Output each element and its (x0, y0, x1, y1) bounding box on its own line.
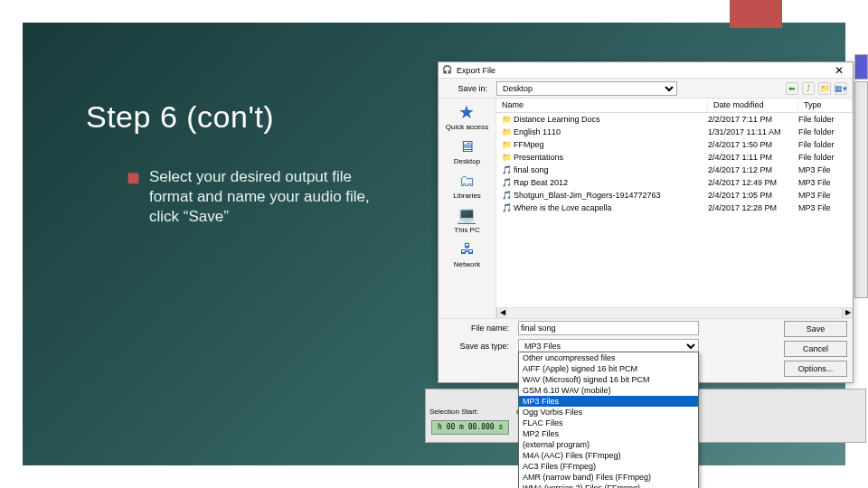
save-in-select[interactable]: Desktop (496, 81, 677, 96)
export-file-dialog: 🎧 Export File ✕ Save in: Desktop ⬅ ⤴ 📁 ▦… (438, 61, 854, 383)
nav-back-icon[interactable]: ⬅ (786, 82, 798, 95)
file-row[interactable]: 📁FFMpeg2/4/2017 1:50 PMFile folder (496, 138, 853, 151)
place-quick-access[interactable]: ★ Quick access (446, 102, 489, 131)
pc-icon: 💻 (455, 205, 478, 225)
bullet-icon: ◼ (127, 167, 140, 227)
format-option[interactable]: MP3 Files (519, 396, 698, 407)
saveas-label: Save as type: (444, 342, 514, 351)
options-button[interactable]: Options... (784, 361, 847, 377)
folder-icon: 📁 (502, 115, 511, 124)
col-date[interactable]: Date modified (708, 99, 798, 112)
selection-start-label: Selection Start: (429, 408, 478, 416)
cancel-button[interactable]: Cancel (784, 341, 847, 357)
file-row[interactable]: 🎵Shotgun_Blast-Jim_Rogers-19147727632/4/… (496, 189, 853, 202)
col-type[interactable]: Type (798, 99, 853, 112)
save-button[interactable]: Save (784, 321, 847, 337)
star-icon: ★ (455, 102, 478, 122)
format-option[interactable]: AC3 Files (FFmpeg) (519, 461, 698, 472)
file-row[interactable]: 📁Distance Learning Docs2/2/2017 7:11 PMF… (496, 113, 853, 126)
format-option[interactable]: (external program) (519, 439, 698, 450)
slide-bullet: ◼ Select your desired output file format… (127, 167, 398, 227)
column-headers[interactable]: Name Date modified Type (496, 99, 853, 113)
save-in-label: Save in: (444, 84, 493, 93)
audio-icon: 🎵 (502, 178, 511, 187)
audio-icon: 🎵 (502, 203, 511, 212)
slide-title: Step 6 (con't) (86, 99, 274, 135)
format-option[interactable]: Other uncompressed files (519, 352, 698, 363)
format-dropdown[interactable]: Other uncompressed filesAIFF (Apple) sig… (518, 352, 699, 488)
filename-input[interactable] (518, 321, 699, 335)
col-name[interactable]: Name (496, 99, 708, 112)
format-option[interactable]: FLAC Files (519, 418, 698, 428)
libraries-icon: 🗂 (456, 171, 479, 191)
dialog-titlebar[interactable]: 🎧 Export File ✕ (439, 62, 853, 79)
file-row[interactable]: 🎵final song2/4/2017 1:12 PMMP3 File (496, 164, 853, 176)
accent-block (730, 0, 782, 25)
app-icon: 🎧 (442, 65, 453, 76)
format-option[interactable]: AMR (narrow band) Files (FFmpeg) (519, 472, 698, 483)
horizontal-scrollbar[interactable]: ◀ ▶ (496, 307, 853, 318)
format-option[interactable]: AIFF (Apple) signed 16 bit PCM (519, 363, 698, 374)
format-option[interactable]: WAV (Microsoft) signed 16 bit PCM (519, 374, 698, 385)
timecode-start[interactable]: h 00 m 00.000 s (431, 420, 509, 435)
scroll-left-icon[interactable]: ◀ (496, 308, 507, 318)
places-sidebar: ★ Quick access 🖥 Desktop 🗂 Libraries 💻 T… (439, 99, 496, 318)
desktop-icon: 🖥 (455, 136, 478, 156)
audacity-panel-fragment (854, 81, 868, 298)
audio-icon: 🎵 (502, 165, 511, 174)
bullet-text: Select your desired output file format a… (149, 167, 398, 227)
file-list: Name Date modified Type 📁Distance Learni… (496, 99, 853, 318)
place-libraries[interactable]: 🗂 Libraries (453, 171, 481, 200)
nav-up-icon[interactable]: ⤴ (802, 82, 815, 95)
folder-icon: 📁 (502, 140, 511, 149)
close-icon[interactable]: ✕ (829, 64, 849, 77)
audacity-waveform-fragment (854, 54, 868, 80)
file-row[interactable]: 📁English 11101/31/2017 11:11 AMFile fold… (496, 126, 853, 138)
nav-newfolder-icon[interactable]: 📁 (818, 82, 831, 95)
place-network[interactable]: 🖧 Network (454, 239, 480, 268)
format-option[interactable]: MP2 Files (519, 428, 698, 439)
format-option[interactable]: Ogg Vorbis Files (519, 407, 698, 418)
format-option[interactable]: M4A (AAC) Files (FFmpeg) (519, 450, 698, 461)
file-row[interactable]: 🎵Rap Beat 20122/4/2017 12:49 PMMP3 File (496, 176, 853, 189)
place-this-pc[interactable]: 💻 This PC (454, 205, 479, 234)
save-in-row: Save in: Desktop ⬅ ⤴ 📁 ▦▾ (439, 79, 853, 99)
accent-line (730, 25, 782, 28)
format-option[interactable]: WMA (version 2) Files (FFmpeg) (519, 483, 698, 488)
file-row[interactable]: 📁Presentations2/4/2017 1:11 PMFile folde… (496, 151, 853, 164)
folder-icon: 📁 (502, 153, 511, 162)
audio-icon: 🎵 (502, 191, 511, 200)
format-option[interactable]: GSM 6.10 WAV (mobile) (519, 385, 698, 396)
filename-label: File name: (444, 324, 514, 333)
place-desktop[interactable]: 🖥 Desktop (454, 136, 480, 165)
file-row[interactable]: 🎵Where is the Love acapella2/4/2017 12:2… (496, 202, 853, 214)
network-icon: 🖧 (456, 239, 479, 259)
dialog-title: Export File (457, 66, 495, 75)
nav-view-icon[interactable]: ▦▾ (835, 82, 847, 95)
scroll-right-icon[interactable]: ▶ (842, 308, 853, 318)
folder-icon: 📁 (502, 127, 511, 136)
